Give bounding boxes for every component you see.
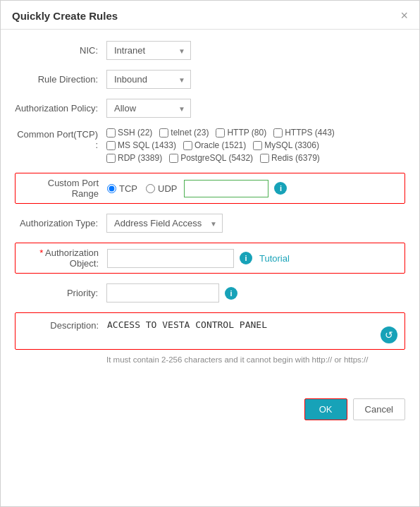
dialog-body: NIC: Intranet ▼ Rule Direction: Inbound … — [1, 30, 419, 391]
tcp-radio[interactable] — [107, 184, 116, 193]
auth-object-input[interactable]: 1.1.1.1/24 — [107, 249, 234, 268]
nic-control: Intranet ▼ — [106, 41, 405, 60]
nic-row: NIC: Intranet ▼ — [15, 41, 405, 60]
port-https-label: HTTPS (443) — [285, 128, 335, 138]
description-row: Description: ACCESS TO VESTA CONTROL PAN… — [15, 312, 405, 350]
port-ssh-checkbox[interactable] — [106, 128, 116, 138]
port-mssql-label: MS SQL (1433) — [118, 140, 176, 150]
rule-direction-select[interactable]: Inbound Outbound — [106, 70, 191, 89]
auth-type-control: Address Field Access ▼ — [106, 214, 405, 233]
common-ports-row: Common Port(TCP) : SSH (22) telnet (23) … — [15, 128, 405, 163]
auth-type-label: Authorization Type: — [15, 218, 106, 228]
close-button[interactable]: × — [400, 9, 408, 22]
auth-type-select[interactable]: Address Field Access — [106, 214, 223, 233]
port-http[interactable]: HTTP (80) — [216, 128, 266, 138]
port-rdp-checkbox[interactable] — [106, 154, 116, 163]
auth-policy-label: Authorization Policy: — [15, 103, 106, 114]
auth-object-label-text: AuthorizationObject: — [45, 248, 99, 269]
udp-radio-item[interactable]: UDP — [146, 183, 177, 194]
ports-line-2: MS SQL (1433) Oracle (1521) MySQL (3306) — [106, 140, 405, 150]
auth-policy-row: Authorization Policy: Allow Deny ▼ — [15, 99, 405, 118]
rule-direction-label: Rule Direction: — [15, 74, 106, 85]
auth-policy-select[interactable]: Allow Deny — [106, 99, 191, 118]
custom-port-label: Custom Port Range — [21, 178, 107, 199]
auth-object-row: * AuthorizationObject: 1.1.1.1/24 i Tuto… — [15, 243, 405, 274]
description-label: Description: — [21, 317, 107, 331]
ports-line-1: SSH (22) telnet (23) HTTP (80) HTTPS (44… — [106, 128, 405, 138]
priority-label: Priority: — [15, 288, 106, 298]
port-ssh[interactable]: SSH (22) — [106, 128, 152, 138]
port-https[interactable]: HTTPS (443) — [273, 128, 335, 138]
port-range-info-icon[interactable]: i — [274, 182, 287, 195]
port-https-checkbox[interactable] — [273, 128, 283, 138]
ports-line-3: RDP (3389) PostgreSQL (5432) Redis (6379… — [106, 153, 405, 163]
protocol-radio-group: TCP UDP — [107, 183, 177, 194]
udp-radio[interactable] — [146, 184, 155, 193]
description-input-wrapper: ACCESS TO VESTA CONTROL PANEL ↺ — [107, 317, 399, 345]
nic-select[interactable]: Intranet — [106, 41, 191, 60]
priority-row: Priority: 1 i — [15, 283, 405, 303]
port-oracle-label: Oracle (1521) — [194, 140, 246, 150]
ports-grid: SSH (22) telnet (23) HTTP (80) HTTPS (44… — [106, 128, 405, 163]
port-oracle[interactable]: Oracle (1521) — [183, 140, 246, 150]
port-rdp[interactable]: RDP (3389) — [106, 153, 162, 163]
quickly-create-rules-dialog: Quickly Create Rules × NIC: Intranet ▼ R… — [0, 0, 420, 507]
auth-type-row: Authorization Type: Address Field Access… — [15, 214, 405, 233]
description-hint: It must contain 2-256 characters and it … — [15, 354, 405, 366]
cancel-button[interactable]: Cancel — [353, 398, 405, 420]
auth-policy-select-wrapper[interactable]: Allow Deny ▼ — [106, 99, 191, 118]
nic-select-wrapper[interactable]: Intranet ▼ — [106, 41, 191, 60]
priority-input[interactable]: 1 — [106, 283, 219, 303]
port-postgresql-label: PostgreSQL (5432) — [180, 153, 253, 163]
port-mysql-label: MySQL (3306) — [264, 140, 319, 150]
port-http-checkbox[interactable] — [216, 128, 225, 138]
nic-label: NIC: — [15, 45, 106, 56]
dialog-footer: OK Cancel — [1, 391, 419, 432]
port-http-label: HTTP (80) — [227, 128, 266, 138]
priority-info-icon[interactable]: i — [225, 287, 237, 300]
port-telnet-checkbox[interactable] — [159, 128, 168, 138]
port-telnet-label: telnet (23) — [171, 128, 209, 138]
port-oracle-checkbox[interactable] — [183, 141, 192, 150]
ok-button[interactable]: OK — [304, 398, 347, 420]
custom-port-row: Custom Port Range TCP UDP 8083/8083 i — [15, 173, 405, 204]
auth-policy-control: Allow Deny ▼ — [106, 99, 405, 118]
rule-direction-control: Inbound Outbound ▼ — [106, 70, 405, 89]
port-redis-checkbox[interactable] — [260, 154, 269, 163]
description-input[interactable]: ACCESS TO VESTA CONTROL PANEL — [107, 317, 399, 343]
port-postgresql[interactable]: PostgreSQL (5432) — [169, 153, 253, 163]
tcp-label: TCP — [119, 183, 137, 194]
port-range-input[interactable]: 8083/8083 — [184, 180, 268, 197]
refresh-button[interactable]: ↺ — [381, 326, 397, 343]
auth-type-select-wrapper[interactable]: Address Field Access ▼ — [106, 214, 223, 233]
rule-direction-select-wrapper[interactable]: Inbound Outbound ▼ — [106, 70, 191, 89]
port-redis[interactable]: Redis (6379) — [260, 153, 320, 163]
priority-control: 1 i — [106, 283, 405, 303]
dialog-header: Quickly Create Rules × — [1, 1, 419, 30]
common-ports-label: Common Port(TCP) : — [15, 128, 106, 150]
auth-object-info-icon[interactable]: i — [240, 252, 252, 264]
tutorial-link[interactable]: Tutorial — [259, 253, 290, 264]
port-mysql-checkbox[interactable] — [253, 141, 262, 150]
tcp-radio-item[interactable]: TCP — [107, 183, 137, 194]
rule-direction-row: Rule Direction: Inbound Outbound ▼ — [15, 70, 405, 89]
tutorial-label: Tutorial — [259, 253, 290, 264]
udp-label: UDP — [158, 183, 177, 194]
dialog-title: Quickly Create Rules — [12, 10, 118, 22]
auth-object-label: * AuthorizationObject: — [21, 248, 107, 269]
port-postgresql-checkbox[interactable] — [169, 154, 178, 163]
port-ssh-label: SSH (22) — [118, 128, 152, 138]
port-mysql[interactable]: MySQL (3306) — [253, 140, 319, 150]
port-telnet[interactable]: telnet (23) — [159, 128, 209, 138]
port-mssql[interactable]: MS SQL (1433) — [106, 140, 176, 150]
port-mssql-checkbox[interactable] — [106, 141, 116, 150]
port-rdp-label: RDP (3389) — [118, 153, 162, 163]
port-redis-label: Redis (6379) — [271, 153, 320, 163]
